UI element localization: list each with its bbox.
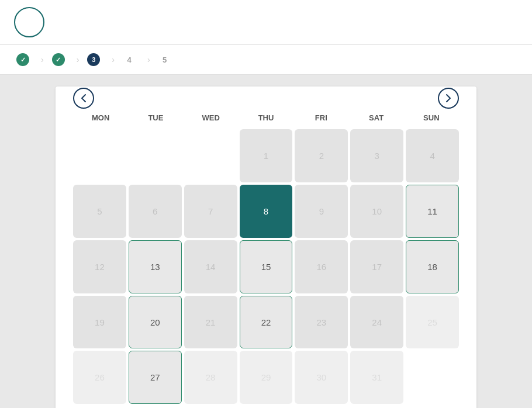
day-cell-5: 5: [73, 185, 126, 238]
day-cell-18[interactable]: 18: [406, 240, 459, 293]
day-header-fri: FRI: [293, 110, 348, 126]
day-cell-30: 30: [295, 351, 348, 404]
step-1-icon: ✓: [16, 53, 29, 66]
day-cell-3: 3: [350, 129, 403, 182]
logo-circle: [14, 7, 44, 37]
main-content: MONTUEWEDTHUFRISATSUN 123456789101112131…: [0, 75, 532, 408]
day-cell-4: 4: [406, 129, 459, 182]
calendar-grid: MONTUEWEDTHUFRISATSUN 123456789101112131…: [73, 110, 459, 404]
day-header-thu: THU: [239, 110, 293, 126]
day-header-tue: TUE: [128, 110, 183, 126]
logo-container: [14, 7, 49, 37]
step-4-icon: 4: [123, 53, 136, 66]
step-2-icon: ✓: [52, 53, 65, 66]
day-cell-11[interactable]: 11: [406, 185, 459, 238]
day-cell-1: 1: [240, 129, 293, 182]
sep-1: ›: [41, 55, 44, 64]
day-cell-16: 16: [295, 240, 348, 293]
day-cell-13[interactable]: 13: [129, 240, 182, 293]
chevron-right-icon: [445, 94, 451, 103]
days-grid: 1234567891011121314151617181920212223242…: [73, 129, 459, 404]
step-5-icon: 5: [158, 53, 171, 66]
day-cell-15[interactable]: 15: [240, 240, 293, 293]
day-cell-14: 14: [184, 240, 237, 293]
day-header-mon: MON: [73, 110, 128, 126]
step-4: 4: [118, 53, 144, 66]
day-cell-20[interactable]: 20: [129, 296, 182, 349]
day-cell-25: 25: [406, 296, 459, 349]
day-cell-31: 31: [350, 351, 403, 404]
empty-cell: [129, 129, 182, 182]
calendar-container: MONTUEWEDTHUFRISATSUN 123456789101112131…: [56, 87, 476, 408]
day-cell-9: 9: [295, 185, 348, 238]
day-header-sat: SAT: [348, 110, 403, 126]
step-3-icon: 3: [87, 53, 100, 66]
chevron-left-icon: [81, 94, 87, 103]
header: [0, 0, 532, 45]
day-header-wed: WED: [184, 110, 239, 126]
next-month-button[interactable]: [438, 88, 459, 109]
day-cell-6: 6: [129, 185, 182, 238]
prev-month-button[interactable]: [73, 88, 94, 109]
day-cell-28: 28: [184, 351, 237, 404]
day-cell-22[interactable]: 22: [240, 296, 293, 349]
day-headers: MONTUEWEDTHUFRISATSUN: [73, 110, 459, 126]
day-header-sun: SUN: [404, 110, 459, 126]
sep-2: ›: [77, 55, 80, 64]
empty-cell: [73, 129, 126, 182]
day-cell-12: 12: [73, 240, 126, 293]
day-cell-23: 23: [295, 296, 348, 349]
step-3: 3: [82, 53, 108, 66]
progress-bar: ✓ › ✓ › 3 › 4 › 5: [0, 45, 532, 75]
day-cell-10: 10: [350, 185, 403, 238]
day-cell-24: 24: [350, 296, 403, 349]
day-cell-27[interactable]: 27: [129, 351, 182, 404]
sep-4: ›: [147, 55, 150, 64]
empty-cell: [184, 129, 237, 182]
day-cell-7: 7: [184, 185, 237, 238]
day-cell-2: 2: [295, 129, 348, 182]
sep-3: ›: [112, 55, 115, 64]
day-cell-26: 26: [73, 351, 126, 404]
step-1: ✓: [12, 53, 37, 66]
step-5: 5: [154, 53, 179, 66]
day-cell-17: 17: [350, 240, 403, 293]
day-cell-8[interactable]: 8: [240, 185, 293, 238]
day-cell-29: 29: [240, 351, 293, 404]
step-2: ✓: [47, 53, 73, 66]
day-cell-19: 19: [73, 296, 126, 349]
day-cell-21: 21: [184, 296, 237, 349]
